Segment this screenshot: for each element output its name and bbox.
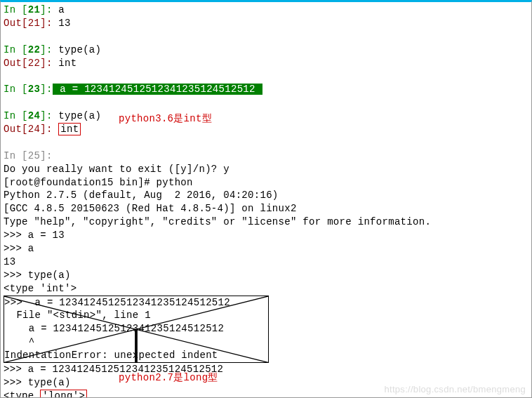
ipython-in-25: In [25]: <box>4 150 528 163</box>
crossed-block: >>> a = 123412451251234123512​4512512 Fi… <box>4 296 269 363</box>
annotation-py36: python3.6是int型 <box>119 112 212 126</box>
boxed-long: 'long'> <box>40 390 87 398</box>
repl-line: >>> a <box>4 242 528 256</box>
help-line: Type "help", "copyright", "credits" or "… <box>4 215 528 229</box>
annotation-py27: python2.7是long型 <box>119 371 218 385</box>
ipython-in-21: In [21]: a <box>4 4 528 17</box>
out-label: Out <box>4 18 22 29</box>
repl-line: 13 <box>4 256 528 269</box>
boxed-int: int <box>58 123 81 135</box>
ipython-in-23: In [23]: a = 123412451251234123512​45125… <box>4 83 528 96</box>
ipython-out-21: Out[21]: 13 <box>4 17 528 30</box>
watermark: https://blog.csdn.net/bmengmeng <box>384 383 526 396</box>
shell-prompt: [root@foundation15 bin]# python <box>4 176 528 190</box>
python-version: Python 2.7.5 (default, Aug 2 2016, 04:20… <box>4 189 528 202</box>
repl-line: <type 'int'> <box>4 282 528 296</box>
ipython-out-24: Out[24]: int <box>4 123 528 136</box>
gcc-line: [GCC 4.8.5 20150623 (Red Hat 4.8.5-4)] o… <box>4 202 528 215</box>
in-label: In <box>4 4 22 15</box>
ipython-in-22: In [22]: type(a) <box>4 44 528 57</box>
ipython-in-24: In [24]: type(a) <box>4 110 528 123</box>
repl-line: >>> a = 13 <box>4 229 528 242</box>
repl-line: >>> a = 123412451251234123512​4512512 <box>4 363 528 376</box>
ipython-out-22: Out[22]: int <box>4 57 528 70</box>
repl-line: >>> type(a) <box>4 269 528 282</box>
highlighted-code: a = 123412451251234123512​4512512 <box>53 84 263 95</box>
exit-prompt: Do you really want to exit ([y]/n)? y <box>4 163 528 176</box>
